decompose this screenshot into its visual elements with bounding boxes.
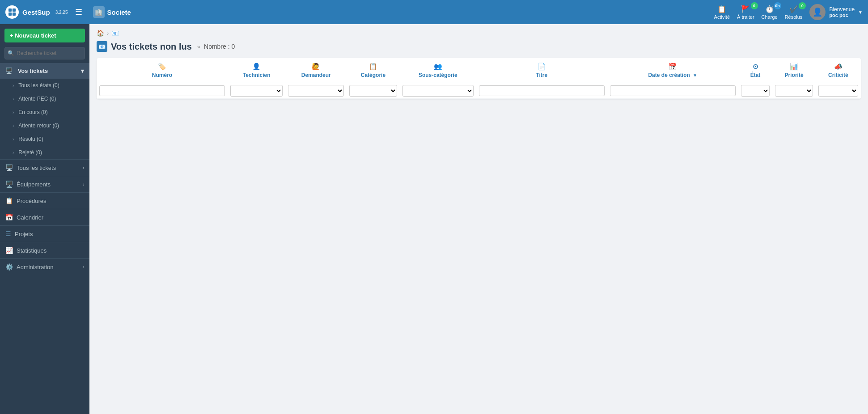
charge-button[interactable]: ⏱️ Charge 0h: [762, 5, 778, 20]
etat-label: État: [750, 72, 761, 78]
col-demandeur[interactable]: 🙋 Demandeur: [285, 58, 347, 83]
a-traiter-button[interactable]: 🚩 À traiter 0: [737, 5, 754, 20]
vos-tickets-chevron-icon: ▾: [81, 68, 84, 74]
app-version: 3.2.25: [55, 10, 68, 15]
tous-les-tickets-icon: 🖥️: [5, 164, 13, 171]
col-technicien[interactable]: 👤 Technicien: [228, 58, 286, 83]
sous-categorie-icon: 👥: [403, 63, 473, 71]
app-logo[interactable]: GestSup 3.2.25: [5, 5, 68, 19]
arrow-icon: ›: [13, 150, 14, 155]
statistiques-icon: 📈: [5, 247, 13, 254]
filter-categorie-cell: [347, 83, 400, 99]
arrow-icon: ›: [13, 97, 14, 101]
attente-pec-label: Attente PEC (0): [18, 96, 56, 102]
app-name: GestSup: [22, 8, 50, 16]
demandeur-label: Demandeur: [301, 72, 331, 78]
new-ticket-button[interactable]: + Nouveau ticket: [4, 29, 85, 42]
page-title-icon: 📧: [97, 41, 107, 52]
filter-criticite-cell: [816, 83, 861, 99]
calendrier-icon: 📅: [5, 214, 13, 221]
col-sous-categorie[interactable]: 👥 Sous-catégorie: [400, 58, 476, 83]
procedures-icon: 📋: [5, 197, 13, 204]
date-creation-label: Date de création ▼: [648, 72, 697, 78]
sidebar-item-tous-les-etats[interactable]: › Tous les états (0): [0, 79, 89, 92]
technicien-label: Technicien: [243, 72, 271, 78]
sidebar-item-attente-retour[interactable]: › Attente retour (0): [0, 119, 89, 132]
filter-etat-select[interactable]: [741, 85, 770, 97]
filter-sous-categorie-cell: [400, 83, 476, 99]
filter-titre-input[interactable]: [479, 85, 605, 96]
sidebar-item-statistiques[interactable]: 📈 Statistiques: [0, 242, 89, 258]
sidebar-item-tous-les-tickets[interactable]: 🖥️ Tous les tickets ‹: [0, 159, 89, 176]
col-criticite[interactable]: 📣 Criticité: [816, 58, 861, 83]
breadcrumb-home-icon[interactable]: 🏠: [97, 30, 104, 37]
filter-sous-categorie-select[interactable]: [402, 85, 474, 97]
sidebar-item-rejete[interactable]: › Rejeté (0): [0, 146, 89, 159]
a-traiter-label: À traiter: [737, 14, 754, 20]
breadcrumb: 🏠 › 📧: [97, 30, 861, 37]
filter-numero-input[interactable]: [99, 85, 225, 96]
filter-date-creation-input[interactable]: [610, 85, 736, 96]
date-creation-icon: 📅: [611, 63, 735, 71]
categorie-label: Catégorie: [361, 72, 385, 78]
search-icon: 🔍: [8, 50, 14, 56]
categorie-icon: 📋: [350, 63, 396, 71]
a-traiter-badge: 0: [751, 2, 758, 9]
col-numero[interactable]: 🏷️ Numéro: [97, 58, 228, 83]
sidebar-item-procedures[interactable]: 📋 Procédures: [0, 192, 89, 209]
ticket-table-container: 🏷️ Numéro 👤 Technicien 🙋 Demandeur: [97, 58, 861, 99]
technicien-icon: 👤: [231, 63, 282, 71]
resolus-icon: ✔️: [789, 5, 798, 13]
sous-categorie-label: Sous-catégorie: [419, 72, 457, 78]
a-traiter-icon: 🚩: [741, 5, 750, 13]
filter-priorite-cell: [772, 83, 816, 99]
user-menu[interactable]: 👤 Bienvenue poc poc ▼: [809, 4, 863, 20]
svg-rect-2: [8, 13, 12, 16]
col-date-creation[interactable]: 📅 Date de création ▼: [607, 58, 738, 83]
activite-icon: 📋: [717, 5, 726, 13]
filter-titre-cell: [476, 83, 607, 99]
col-priorite[interactable]: 📊 Priorité: [772, 58, 816, 83]
sidebar-item-resolu[interactable]: › Résolu (0): [0, 132, 89, 146]
resolus-button[interactable]: ✔️ Résolus 0: [785, 5, 803, 20]
svg-rect-3: [13, 13, 16, 16]
sidebar-item-equipements[interactable]: 🖥️ Équipements ‹: [0, 176, 89, 192]
sidebar-section-vos-tickets[interactable]: 🖥️ Vos tickets ▾: [0, 63, 89, 79]
filter-criticite-select[interactable]: [818, 85, 858, 97]
criticite-label: Criticité: [828, 72, 848, 78]
vos-tickets-icon: 🖥️: [5, 68, 13, 74]
sidebar-item-administration[interactable]: ⚙️ Administration ‹: [0, 258, 89, 275]
filter-etat-cell: [738, 83, 773, 99]
filter-categorie-select[interactable]: [349, 85, 397, 97]
sidebar-item-attente-pec[interactable]: › Attente PEC (0): [0, 92, 89, 106]
equipements-label: Équipements: [17, 181, 51, 188]
sidebar-item-calendrier[interactable]: 📅 Calendrier: [0, 209, 89, 225]
filter-demandeur-select[interactable]: [288, 85, 344, 97]
search-input[interactable]: [4, 47, 85, 59]
col-categorie[interactable]: 📋 Catégorie: [347, 58, 400, 83]
col-titre[interactable]: 📄 Titre: [476, 58, 607, 83]
arrow-icon: ›: [13, 137, 14, 142]
procedures-label: Procédures: [17, 198, 46, 204]
col-etat[interactable]: ⊙ État: [738, 58, 773, 83]
filter-technicien-select[interactable]: [230, 85, 283, 97]
resolus-badge: 0: [799, 2, 806, 9]
administration-arrow-icon: ‹: [83, 265, 84, 270]
ticket-table: 🏷️ Numéro 👤 Technicien 🙋 Demandeur: [97, 58, 861, 99]
equipements-arrow-icon: ‹: [83, 182, 84, 187]
titre-icon: 📄: [480, 63, 604, 71]
user-avatar: 👤: [809, 4, 826, 20]
user-chevron-icon: ▼: [858, 10, 863, 15]
breadcrumb-page-icon: 📧: [111, 30, 119, 37]
topnav-actions: 📋 Activité 🚩 À traiter 0 ⏱️ Charge 0h ✔️…: [714, 4, 863, 20]
equipements-icon: 🖥️: [5, 181, 13, 188]
hamburger-menu[interactable]: ☰: [75, 7, 82, 17]
sidebar-item-projets[interactable]: ☰ Projets: [0, 225, 89, 242]
company-name-section: 🏢 Societe: [93, 6, 131, 18]
tous-les-tickets-label: Tous les tickets: [17, 165, 56, 171]
tous-les-tickets-arrow-icon: ‹: [83, 165, 84, 170]
filter-priorite-select[interactable]: [775, 85, 813, 97]
statistiques-label: Statistiques: [17, 247, 47, 254]
sidebar-item-en-cours[interactable]: › En cours (0): [0, 106, 89, 119]
activite-button[interactable]: 📋 Activité: [714, 5, 730, 20]
